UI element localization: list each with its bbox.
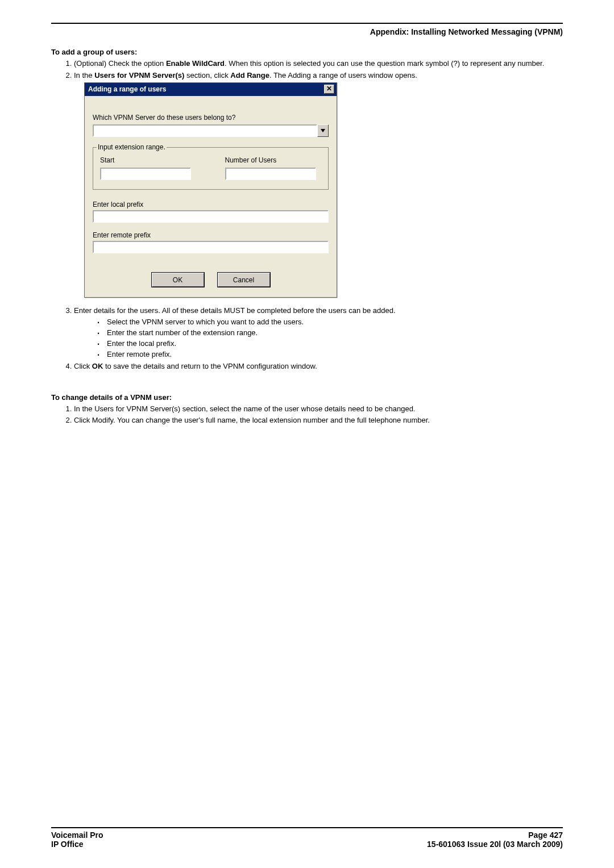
- step-1-text-a: (Optional) Check the option: [74, 59, 166, 68]
- step-4-text-c: to save the details and return to the VP…: [103, 362, 317, 370]
- step-2: In the Users for VPNM Server(s) section,…: [74, 70, 563, 298]
- bullet-2: Enter the start number of the extension …: [97, 328, 563, 338]
- footer-right-1: Page 427: [528, 831, 563, 840]
- bullet-4: Enter remote prefix.: [97, 349, 563, 360]
- change-step-1: In the Users for VPNM Server(s) section,…: [74, 404, 563, 414]
- step-2-bold-d: Add Range: [230, 71, 269, 80]
- step-4-bold: OK: [92, 362, 103, 370]
- remote-prefix-input[interactable]: [93, 241, 329, 253]
- local-prefix-input[interactable]: [93, 210, 329, 223]
- step-2-text-e: . The Adding a range of users window ope…: [269, 71, 417, 80]
- dialog-title: Adding a range of users: [88, 85, 166, 94]
- numusers-col: Number of Users: [225, 156, 322, 180]
- remote-prefix-label: Enter remote prefix: [93, 231, 329, 240]
- cancel-button[interactable]: Cancel: [218, 273, 270, 287]
- server-select-field[interactable]: [93, 124, 317, 137]
- step-1-bold: Enable WildCard: [166, 59, 225, 68]
- step-2-text-a: In the: [74, 71, 94, 80]
- step-2-bold-b: Users for VPNM Server(s): [94, 71, 184, 80]
- dialog-titlebar: Adding a range of users ✕: [85, 83, 337, 96]
- step-2-text-c: section, click: [184, 71, 230, 80]
- step-3: Enter details for the users. All of thes…: [74, 306, 563, 360]
- local-prefix-label: Enter local prefix: [93, 200, 329, 209]
- num-users-label: Number of Users: [225, 156, 322, 165]
- section-change-user-heading: To change details of a VPNM user:: [51, 393, 563, 402]
- start-input[interactable]: [100, 168, 191, 180]
- bullet-1: Select the VPNM server to which you want…: [97, 317, 563, 327]
- svg-marker-0: [321, 129, 325, 132]
- step-1: (Optional) Check the option Enable WildC…: [74, 59, 563, 69]
- close-icon: ✕: [326, 85, 332, 93]
- server-select[interactable]: [93, 124, 329, 137]
- step-1-text-c: . When this option is selected you can u…: [225, 59, 544, 68]
- chevron-down-icon[interactable]: [317, 124, 329, 137]
- dialog-button-row: OK Cancel: [93, 261, 329, 289]
- add-range-dialog: Adding a range of users ✕ Which VPNM Ser…: [84, 82, 337, 298]
- step-4-text-a: Click: [74, 362, 92, 370]
- footer-rule: [51, 827, 563, 828]
- section-add-group-heading: To add a group of users:: [51, 48, 563, 56]
- breadcrumb: Appendix: Installing Networked Messaging…: [51, 27, 563, 36]
- document-page: Appendix: Installing Networked Messaging…: [0, 0, 614, 868]
- dialog-body: Which VPNM Server do these users belong …: [85, 96, 337, 297]
- start-label: Start: [100, 156, 197, 165]
- step-4: Click OK to save the details and return …: [74, 361, 563, 372]
- change-step-2: Click Modify. You can change the user's …: [74, 415, 563, 425]
- num-users-input[interactable]: [225, 168, 316, 180]
- footer-left-1: Voicemail Pro: [51, 831, 103, 840]
- fieldset-legend: Input extension range.: [97, 143, 167, 152]
- extension-range-fieldset: Input extension range. Start Number of U…: [93, 147, 329, 189]
- footer-left-2: IP Office: [51, 840, 84, 849]
- start-col: Start: [100, 156, 197, 180]
- step-3-bullets: Select the VPNM server to which you want…: [74, 317, 563, 360]
- change-user-steps: In the Users for VPNM Server(s) section,…: [51, 404, 563, 425]
- server-label: Which VPNM Server do these users belong …: [93, 113, 329, 122]
- header-rule: [51, 23, 563, 24]
- page-footer: Voicemail Pro Page 427 IP Office 15-6010…: [51, 827, 563, 849]
- close-button[interactable]: ✕: [324, 85, 334, 94]
- step-3-text: Enter details for the users. All of thes…: [74, 306, 396, 315]
- footer-right-2: 15-601063 Issue 20l (03 March 2009): [427, 840, 563, 849]
- ok-button[interactable]: OK: [152, 273, 204, 287]
- add-group-steps: (Optional) Check the option Enable WildC…: [51, 59, 563, 372]
- bullet-3: Enter the local prefix.: [97, 339, 563, 349]
